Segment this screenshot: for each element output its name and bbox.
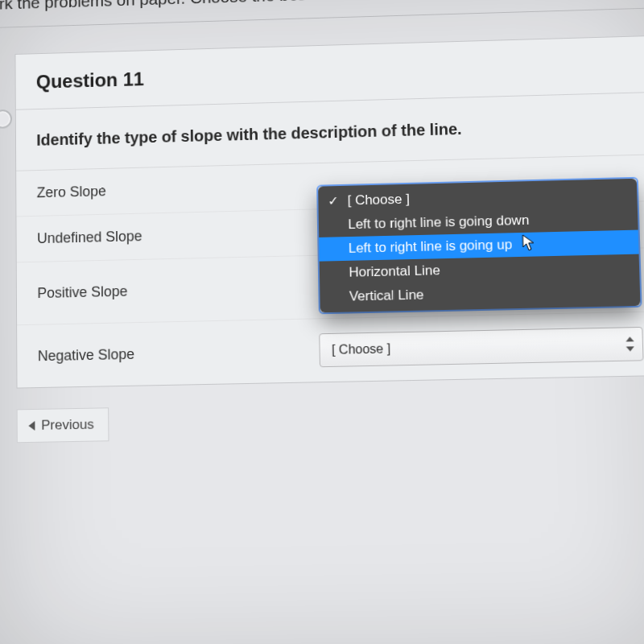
cursor-icon [522,233,536,251]
quiz-instructions: rk the problems on paper. Choose the bes… [0,0,644,28]
option-label: Horizontal Line [349,262,440,279]
match-label: Undefined Slope [37,224,318,247]
option-label: Left to right line is going up [349,237,513,256]
option-label: Left to right line is going down [348,212,530,231]
match-row-negative-slope: Negative Slope [ Choose ] [17,312,644,387]
question-number: Question 11 [36,54,635,93]
answer-select[interactable]: [ Choose ] [320,327,644,367]
option-label: Vertical Line [349,287,424,303]
previous-label: Previous [41,417,93,434]
checkmark-icon: ✓ [328,192,339,208]
instructions-text: rk the problems on paper. Choose the bes… [0,0,568,12]
select-value: [ Choose ] [332,341,390,357]
match-label: Negative Slope [38,342,320,365]
question-card: Question 11 Identify the type of slope w… [14,35,644,389]
question-marker-icon [0,108,14,130]
option-label: [ Choose ] [347,191,410,208]
match-label: Zero Slope [37,178,317,201]
match-label: Positive Slope [37,279,319,302]
chevron-left-icon [28,421,35,431]
previous-button[interactable]: Previous [17,407,109,443]
answer-select-open[interactable]: ✓ [ Choose ] Left to right line is going… [317,176,642,314]
dropdown-popup: ✓ [ Choose ] Left to right line is going… [319,178,641,312]
chevron-updown-icon [624,336,634,351]
